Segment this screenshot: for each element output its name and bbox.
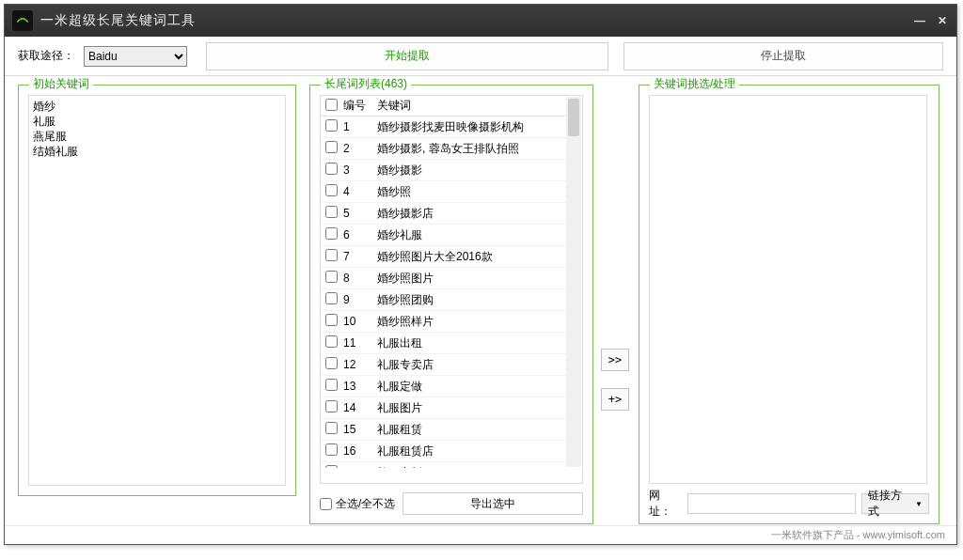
table-row[interactable]: 9婚纱照团购 [321, 289, 582, 311]
row-keyword: 婚纱照团购 [373, 292, 582, 308]
keyword-list-title: 长尾词列表(463) [321, 76, 411, 92]
stop-extract-button[interactable]: 停止提取 [624, 42, 943, 70]
row-keyword: 婚纱摄影找麦田映像摄影机构 [373, 119, 582, 135]
row-index: 16 [341, 444, 373, 458]
row-checkbox[interactable] [325, 249, 338, 261]
row-checkbox[interactable] [325, 400, 338, 412]
table-row[interactable]: 5婚纱摄影店 [321, 203, 582, 225]
row-keyword: 婚纱摄影 [373, 163, 582, 179]
url-label: 网址： [649, 488, 682, 520]
select-all-checkbox[interactable]: 全选/全不选 [320, 496, 395, 512]
link-mode-button[interactable]: 链接方式 ▼ [861, 493, 929, 514]
keyword-list-panel: 编号 关键词 1婚纱摄影找麦田映像摄影机构2婚纱摄影, 蓉岛女王排队拍照3婚纱摄… [309, 85, 593, 524]
source-select[interactable]: Baidu [84, 46, 187, 67]
row-checkbox[interactable] [325, 206, 338, 218]
table-row[interactable]: 11礼服出租 [321, 333, 582, 354]
row-checkbox[interactable] [325, 227, 338, 240]
main-area: www.YuuDnn.com www.YuuDnn.com 初始关键词 婚纱礼服… [5, 76, 956, 525]
row-keyword: 婚纱摄影店 [373, 206, 582, 222]
app-window: 一米超级长尾关键词工具 — ✕ 获取途径： Baidu 开始提取 停止提取 ww… [4, 4, 957, 545]
header-keyword: 关键词 [373, 98, 582, 114]
row-keyword: 礼服专卖店 [373, 357, 582, 373]
row-index: 3 [341, 163, 373, 177]
table-row[interactable]: 13礼服定做 [321, 376, 582, 397]
row-keyword: 婚纱照图片大全2016款 [373, 249, 582, 265]
table-row[interactable]: 1婚纱摄影找麦田映像摄影机构 [321, 117, 582, 138]
row-keyword: 礼服租赁店 [373, 443, 582, 459]
row-checkbox[interactable] [325, 422, 338, 434]
source-label: 获取途径： [18, 48, 76, 64]
titlebar: 一米超级长尾关键词工具 — ✕ [5, 5, 956, 37]
url-input[interactable] [687, 493, 856, 514]
row-keyword: 婚纱摄影, 蓉岛女王排队拍照 [373, 141, 582, 157]
initial-keywords-textarea[interactable]: 婚纱礼服燕尾服结婚礼服 [28, 95, 286, 486]
footer-text: 一米软件旗下产品 - www.yimisoft.com [771, 528, 945, 542]
close-button[interactable]: ✕ [936, 14, 949, 27]
minimize-button[interactable]: — [913, 14, 926, 27]
filter-panel: 网址： 链接方式 ▼ [639, 85, 939, 524]
row-keyword: 婚纱照图片 [373, 271, 582, 287]
row-checkbox[interactable] [325, 357, 338, 369]
header-index: 编号 [341, 98, 373, 114]
row-index: 15 [341, 423, 373, 436]
table-row[interactable]: 7婚纱照图片大全2016款 [321, 246, 582, 268]
move-all-button[interactable]: >> [601, 349, 629, 371]
app-title: 一米超级长尾关键词工具 [40, 12, 913, 29]
footer: 一米软件旗下产品 - www.yimisoft.com [5, 525, 956, 544]
row-index: 8 [341, 272, 373, 285]
table-row[interactable]: 14礼服图片 [321, 397, 582, 419]
row-index: 2 [341, 142, 373, 155]
row-index: 14 [341, 401, 373, 414]
row-keyword: 礼服出租 [373, 335, 582, 351]
row-checkbox[interactable] [325, 119, 338, 132]
row-checkbox[interactable] [325, 184, 338, 196]
row-index: 4 [341, 185, 373, 198]
table-row[interactable]: 6婚纱礼服 [321, 225, 582, 246]
filter-textarea[interactable] [649, 95, 927, 484]
start-extract-button[interactable]: 开始提取 [206, 42, 608, 70]
row-checkbox[interactable] [325, 271, 338, 283]
table-row[interactable]: 10婚纱照样片 [321, 311, 582, 333]
row-index: 11 [341, 336, 373, 350]
toolbar: 获取途径： Baidu 开始提取 停止提取 [5, 37, 956, 76]
filter-panel-title: 关键词挑选/处理 [650, 76, 739, 92]
table-row[interactable]: 3婚纱摄影 [321, 160, 582, 181]
table-row[interactable]: 15礼服租赁 [321, 419, 582, 441]
row-keyword: 礼服定做 [373, 379, 582, 395]
row-index: 5 [341, 207, 373, 220]
row-index: 9 [341, 293, 373, 306]
row-keyword: 婚纱照 [373, 184, 582, 200]
row-checkbox[interactable] [325, 163, 338, 175]
vertical-scrollbar[interactable] [566, 97, 581, 467]
row-index: 6 [341, 228, 373, 241]
row-checkbox[interactable] [325, 335, 338, 348]
initial-keywords-title: 初始关键词 [29, 76, 93, 92]
chevron-down-icon: ▼ [915, 500, 923, 508]
row-index: 13 [341, 380, 373, 393]
row-checkbox[interactable] [325, 379, 338, 391]
row-checkbox[interactable] [325, 292, 338, 304]
row-keyword: 礼服租赁 [373, 422, 582, 438]
table-row[interactable]: 8婚纱照图片 [321, 268, 582, 289]
row-checkbox[interactable] [325, 314, 338, 326]
initial-keywords-panel: 婚纱礼服燕尾服结婚礼服 [18, 85, 296, 496]
table-header: 编号 关键词 [321, 96, 582, 117]
row-keyword: 婚纱礼服 [373, 227, 582, 243]
table-row[interactable]: 4婚纱照 [321, 181, 582, 203]
row-checkbox[interactable] [325, 443, 338, 456]
table-row[interactable]: 16礼服租赁店 [321, 441, 582, 462]
row-keyword: 婚纱照样片 [373, 314, 582, 330]
table-row[interactable]: 12礼服专卖店 [321, 354, 582, 376]
header-checkbox[interactable] [325, 99, 338, 111]
move-one-button[interactable]: +> [601, 388, 629, 411]
app-logo-icon [12, 10, 33, 31]
export-selected-button[interactable]: 导出选中 [403, 492, 583, 515]
table-row[interactable]: 2婚纱摄影, 蓉岛女王排队拍照 [321, 138, 582, 160]
row-index: 10 [341, 315, 373, 328]
row-index: 12 [341, 358, 373, 371]
row-index: 1 [341, 120, 373, 133]
keyword-table: 编号 关键词 1婚纱摄影找麦田映像摄影机构2婚纱摄影, 蓉岛女王排队拍照3婚纱摄… [320, 95, 583, 484]
row-checkbox[interactable] [325, 141, 338, 153]
horizontal-scrollbar[interactable] [321, 468, 582, 483]
row-keyword: 礼服图片 [373, 400, 582, 416]
